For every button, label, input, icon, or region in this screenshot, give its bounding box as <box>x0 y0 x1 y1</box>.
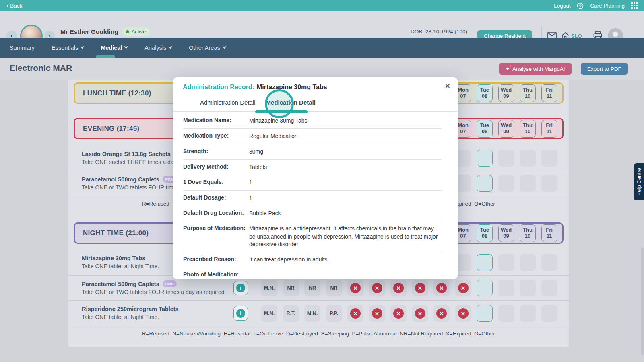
expired-x-icon: ✕ <box>458 308 469 319</box>
administration-cell[interactable] <box>498 280 514 296</box>
field-value: 1 <box>249 194 442 202</box>
administration-cell[interactable]: ✕ <box>347 305 363 322</box>
administration-cell[interactable] <box>520 175 536 192</box>
administration-cell[interactable]: ✕ <box>455 280 471 296</box>
tab-administration-detail[interactable]: Administration Detail <box>200 99 256 111</box>
day-header-cell: Thu10 <box>520 84 536 102</box>
administration-cell[interactable]: ✕ <box>369 305 385 322</box>
nav-item-other-areas[interactable]: Other Areas <box>184 38 230 58</box>
section-title: LUNCH TIME (12:30) <box>83 89 151 97</box>
chevron-down-icon <box>169 45 173 49</box>
medication-info-button[interactable]: i <box>233 306 248 321</box>
active-tab-underline <box>255 110 308 113</box>
expired-x-icon: ✕ <box>436 308 447 319</box>
administration-cell[interactable] <box>541 175 557 192</box>
administration-cell[interactable]: NR <box>304 280 320 296</box>
nav-item-medical[interactable]: Medical <box>96 38 132 58</box>
dob-text: DOB: 28-10-1924 (100) <box>411 28 467 36</box>
expired-x-icon: ✕ <box>458 283 469 293</box>
administration-cell[interactable]: ✕ <box>412 280 428 296</box>
detail-field-row: Default Drug Location: Bubble Pack <box>183 206 442 221</box>
help-centre-tab[interactable]: Help Centre <box>634 163 644 200</box>
field-value <box>249 271 442 278</box>
administration-cell[interactable]: P.P. <box>326 305 342 322</box>
administration-cell[interactable]: M.N. <box>304 305 320 322</box>
day-header-cell: Tue08 <box>477 84 493 102</box>
field-value: It can treat depression in adults. <box>249 256 442 263</box>
administration-cell[interactable] <box>520 150 536 167</box>
administration-cell[interactable] <box>541 280 557 296</box>
day-header-cell: Thu10 <box>520 120 536 138</box>
medication-name: Mirtazapine 30mg Tabs <box>82 255 145 261</box>
administration-cell[interactable]: ✕ <box>455 305 471 322</box>
nav-item-essentials[interactable]: Essentials <box>47 38 89 58</box>
expired-x-icon: ✕ <box>372 308 382 319</box>
tab-medication-detail[interactable]: Medication Detail <box>266 99 316 111</box>
detail-field-row: 1 Dose Equals: 1 <box>183 175 442 190</box>
back-label: Back <box>10 3 22 9</box>
administration-cell[interactable] <box>520 305 536 322</box>
today-administration-cell[interactable] <box>477 254 493 271</box>
export-to-pdf-button[interactable]: Export to PDF <box>581 63 628 75</box>
field-value: Regular Medication <box>249 132 442 140</box>
care-planning-link[interactable]: Care Planning <box>590 3 625 9</box>
administration-cell[interactable] <box>541 150 557 167</box>
scrollbar-thumb[interactable] <box>641 247 644 355</box>
administration-cell[interactable] <box>498 305 514 322</box>
administration-cell[interactable]: NR <box>283 280 299 296</box>
back-button[interactable]: ‹ Back <box>6 2 22 9</box>
administration-cell[interactable]: NR <box>326 280 342 296</box>
administration-cell[interactable]: ✕ <box>433 305 450 322</box>
field-value: 30mg <box>249 148 442 156</box>
field-value: 1 <box>249 179 442 186</box>
administration-cell[interactable] <box>541 254 557 271</box>
apps-grid-icon[interactable] <box>631 2 638 9</box>
administration-cell[interactable]: ✕ <box>433 280 450 296</box>
administration-cell[interactable] <box>520 254 536 271</box>
status-legend: R=Refused N=Nausea/Vomiting H=Hospital L… <box>68 326 569 341</box>
administration-cell[interactable]: ✕ <box>412 305 428 322</box>
field-value: Bubble Pack <box>249 210 442 217</box>
field-label: Default Drug Location: <box>183 210 249 217</box>
page-title: Electronic MAR <box>10 63 72 73</box>
logout-icon[interactable] <box>577 2 584 9</box>
close-icon[interactable]: ✕ <box>445 82 450 90</box>
expired-x-icon: ✕ <box>350 308 361 319</box>
today-administration-cell[interactable] <box>477 150 493 167</box>
status-label: Active <box>132 29 146 35</box>
logout-button[interactable]: Logout <box>554 3 570 9</box>
administration-cell[interactable]: ✕ <box>347 280 363 296</box>
nav-item-summary[interactable]: Summary <box>10 38 39 58</box>
administration-cell[interactable]: R.T. <box>283 305 299 322</box>
administration-cell[interactable]: M.N. <box>261 305 277 322</box>
administration-cell[interactable]: ✕ <box>390 305 407 322</box>
day-header-cell: Tue08 <box>477 224 493 242</box>
expired-x-icon: ✕ <box>393 308 404 319</box>
expired-x-icon: ✕ <box>415 283 425 293</box>
medication-info-button[interactable]: i <box>233 281 248 295</box>
nav-item-analysis[interactable]: Analysis <box>140 38 177 58</box>
administration-cell[interactable]: M.N. <box>261 280 277 296</box>
detail-field-row: Prescribed Reason: It can treat depressi… <box>183 252 442 267</box>
day-header-cell: Fri11 <box>541 120 557 138</box>
administration-cell[interactable] <box>498 254 514 271</box>
administration-cell[interactable]: ✕ <box>390 280 407 296</box>
analyse-with-margoai-button[interactable]: ✦✦ Analyse with MargoAI <box>499 63 572 75</box>
today-administration-cell[interactable] <box>477 280 493 296</box>
detail-field-row: Medication Type: Regular Medication <box>183 129 442 144</box>
administration-cell[interactable]: ✕ <box>369 280 385 296</box>
section-title: NIGHT TIME (21:00) <box>83 229 149 237</box>
detail-field-row: Medication Name: Mirtazapine 30mg Tabs <box>183 113 442 129</box>
day-header-cell: Fri11 <box>541 84 557 102</box>
today-administration-cell[interactable] <box>477 305 493 322</box>
field-value: Tablets <box>249 163 442 171</box>
administration-cell[interactable] <box>520 280 536 296</box>
administration-cell[interactable] <box>498 150 514 167</box>
detail-field-row: Photo of Medication: <box>183 267 442 281</box>
administration-cell[interactable] <box>498 175 514 192</box>
administration-cell[interactable] <box>541 305 557 322</box>
field-label: 1 Dose Equals: <box>183 179 249 186</box>
field-label: Medication Name: <box>183 117 249 125</box>
today-administration-cell[interactable] <box>477 175 493 192</box>
modal-title-prefix: Administration Record: <box>183 84 254 90</box>
